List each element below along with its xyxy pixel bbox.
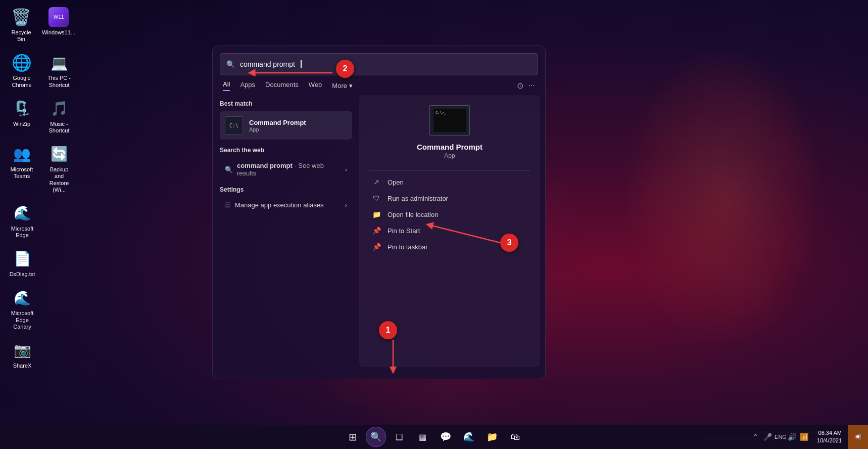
- cmd-icon-small: C:\: [225, 116, 243, 134]
- right-panel-divider: [369, 170, 530, 171]
- desktop-icon-edge-canary[interactable]: 🌊 Microsoft Edge Canary: [4, 285, 40, 333]
- search-options-icon[interactable]: ⊙: [517, 81, 523, 91]
- open-label: Open: [388, 178, 404, 186]
- web-search-left: 🔍 command prompt - See web results: [225, 162, 341, 177]
- open-file-location-label: Open file location: [388, 211, 438, 218]
- search-tabs: All Apps Documents Web More ▾ ⊙ ···: [213, 80, 545, 91]
- teams-label: Microsoft Teams: [7, 166, 36, 179]
- web-search-text: command prompt - See web results: [237, 162, 341, 177]
- task-view-icon: ❑: [396, 432, 403, 442]
- cmd-preview-icon: C:\>_: [429, 105, 470, 136]
- desktop-icon-music[interactable]: 🎵 Music - Shortcut: [41, 96, 77, 137]
- dxdiag-icon: 📄: [12, 249, 32, 269]
- tab-web[interactable]: Web: [309, 81, 322, 91]
- edge-taskbar-icon: 🌊: [463, 431, 474, 442]
- taskbar-widgets[interactable]: ▦: [412, 427, 432, 447]
- best-match-title: Best match: [220, 100, 352, 107]
- open-file-location-icon: 📁: [371, 210, 381, 218]
- windows11-icon: W11: [49, 7, 69, 27]
- teams-icon: 👥: [12, 144, 32, 164]
- chevron-up-icon[interactable]: ⌃: [750, 433, 760, 441]
- taskbar-store[interactable]: 🛍: [505, 427, 525, 447]
- manage-aliases-item[interactable]: ☰ Manage app execution aliases ›: [220, 197, 352, 213]
- chrome-label: Google Chrome: [7, 75, 36, 88]
- this-pc-icon: 💻: [49, 53, 69, 73]
- search-cursor: [301, 60, 302, 68]
- desktop-icon-area: 🗑️ Recycle Bin W11 Windows11... 🌐 Google…: [0, 0, 81, 376]
- taskbar-task-view[interactable]: ❑: [389, 427, 409, 447]
- music-label: Music - Shortcut: [44, 121, 74, 134]
- desktop-icon-teams[interactable]: 👥 Microsoft Teams: [4, 141, 39, 196]
- teams-taskbar-icon: 💬: [440, 431, 451, 442]
- desktop-icon-sharex[interactable]: 📷 ShareX: [4, 337, 40, 372]
- open-icon: ↗: [371, 178, 381, 186]
- taskbar-search-button[interactable]: 🔍: [366, 427, 386, 447]
- winzip-icon: 🗜️: [12, 99, 32, 119]
- pin-taskbar-icon: 📌: [371, 243, 381, 251]
- desktop-icon-recycle-bin[interactable]: 🗑️ Recycle Bin: [4, 4, 38, 46]
- manage-aliases-left: ☰ Manage app execution aliases: [225, 201, 324, 209]
- search-web-title: Search the web: [220, 147, 352, 154]
- web-search-icon: 🔍: [225, 166, 233, 173]
- volume-icon[interactable]: 🔊: [787, 433, 797, 441]
- taskbar-explorer[interactable]: 📁: [482, 427, 502, 447]
- right-panel-app-type: App: [444, 152, 455, 159]
- step-badge-2: 2: [336, 60, 354, 78]
- desktop-icon-chrome[interactable]: 🌐 Google Chrome: [4, 50, 39, 91]
- taskbar-clock[interactable]: 08:34 AM 10/4/2021: [811, 429, 848, 445]
- music-icon: 🎵: [49, 99, 69, 119]
- right-panel-app-name: Command Prompt: [417, 143, 483, 151]
- best-match-item[interactable]: C:\ Command Prompt App: [220, 111, 352, 140]
- store-taskbar-icon: 🛍: [511, 432, 520, 442]
- bg-orb-2: [622, 45, 825, 348]
- recycle-bin-icon: 🗑️: [11, 7, 31, 27]
- taskbar-time-display: 08:34 AM: [817, 429, 842, 437]
- action-open[interactable]: ↗ Open: [369, 174, 530, 190]
- desktop-icon-edge[interactable]: 🌊 Microsoft Edge: [4, 200, 40, 242]
- web-search-item[interactable]: 🔍 command prompt - See web results ›: [220, 158, 352, 181]
- svg-line-5: [429, 225, 500, 243]
- system-tray: ⌃ 🎤 ENG 🔊 📶 08:34 AM 10/4/2021 📢: [748, 425, 868, 449]
- desktop-icon-backup[interactable]: 🔄 Backup and Restore (Wi...: [41, 141, 77, 196]
- taskbar-notification-icon[interactable]: 📢: [848, 425, 868, 449]
- taskbar-start-button[interactable]: ⊞: [343, 427, 363, 447]
- taskbar-center: ⊞ 🔍 ❑ ▦ 💬 🌊 📁 🛍: [343, 427, 525, 447]
- pin-start-icon: 📌: [371, 227, 381, 235]
- tab-all[interactable]: All: [223, 80, 230, 91]
- tab-apps[interactable]: Apps: [240, 81, 255, 91]
- arrow-step3: [424, 220, 503, 245]
- lang-label: ENG: [775, 434, 785, 440]
- taskbar-teams[interactable]: 💬: [436, 427, 456, 447]
- pin-start-label: Pin to Start: [388, 227, 420, 235]
- arrow-step1: [388, 340, 398, 375]
- notification-badge: 📢: [854, 434, 861, 440]
- sharex-label: ShareX: [13, 363, 32, 369]
- desktop-icon-winzip[interactable]: 🗜️ WinZip: [4, 96, 39, 137]
- desktop-icon-dxdiag[interactable]: 📄 DxDiag.txt: [4, 246, 40, 281]
- manage-aliases-label: Manage app execution aliases: [235, 201, 324, 209]
- tab-more[interactable]: More ▾: [332, 82, 352, 89]
- run-admin-label: Run as administrator: [388, 195, 448, 202]
- recycle-bin-label: Recycle Bin: [7, 29, 35, 42]
- search-more-icon[interactable]: ···: [528, 81, 535, 91]
- taskbar: ⊞ 🔍 ❑ ▦ 💬 🌊 📁 🛍 ⌃: [0, 425, 868, 449]
- best-match-name: Command Prompt: [249, 119, 306, 126]
- edge-canary-label: Microsoft Edge Canary: [7, 310, 37, 330]
- network-icon: 📶: [799, 433, 809, 441]
- taskbar-edge[interactable]: 🌊: [459, 427, 479, 447]
- arrow-step2: [247, 68, 335, 78]
- settings-title: Settings: [220, 186, 352, 193]
- cmd-preview-window: C:\>_: [433, 109, 466, 132]
- step-badge-3: 3: [500, 234, 518, 252]
- edge-canary-icon: 🌊: [12, 288, 32, 308]
- desktop-icon-this-pc[interactable]: 💻 This PC - Shortcut: [41, 50, 77, 91]
- winzip-label: WinZip: [13, 121, 30, 127]
- left-panel: Best match C:\ Command Prompt App Search…: [213, 95, 359, 372]
- backup-label: Backup and Restore (Wi...: [44, 166, 74, 193]
- action-run-admin[interactable]: 🛡 Run as administrator: [369, 190, 530, 206]
- sys-tray-icons: ⌃ 🎤 ENG 🔊 📶: [748, 433, 811, 441]
- desktop-icon-windows11[interactable]: W11 Windows11...: [40, 4, 77, 46]
- tab-documents[interactable]: Documents: [265, 81, 299, 91]
- mic-icon: 🎤: [762, 433, 773, 441]
- run-admin-icon: 🛡: [371, 194, 381, 202]
